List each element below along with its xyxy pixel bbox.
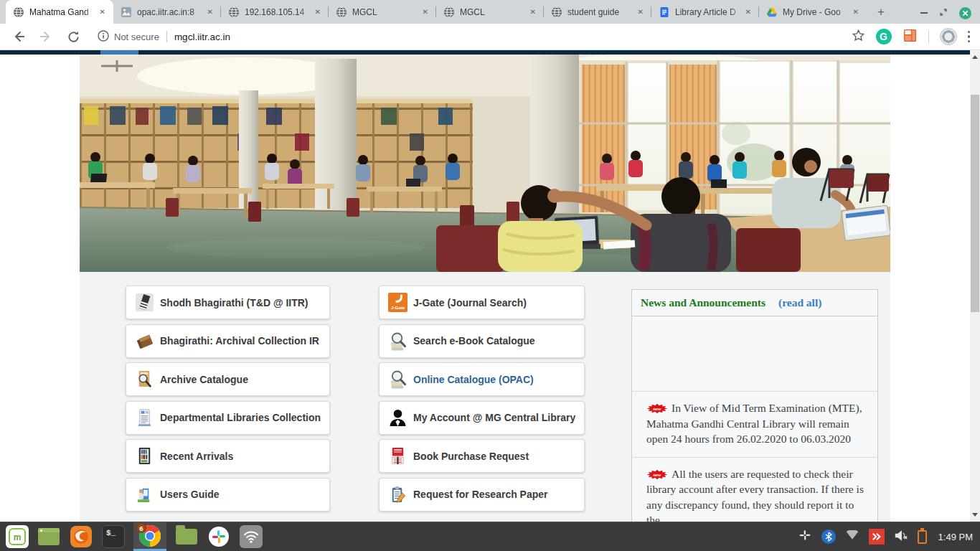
refresh-button[interactable] <box>65 28 82 45</box>
bluetooth-tray-icon[interactable] <box>821 529 836 544</box>
news-item: newAll the users are requested to check … <box>632 457 877 522</box>
page-scrollbar[interactable] <box>970 50 980 522</box>
tab-title: Library Article D <box>675 7 743 17</box>
quick-links-middle: J-Gate J-Gate (Journal Search) Search e-… <box>379 286 585 516</box>
network-tool-launcher[interactable] <box>239 524 263 549</box>
svg-text:new: new <box>653 406 661 411</box>
link-my-account[interactable]: My Account @ MG Central Library <box>379 401 585 435</box>
grammarly-extension-icon[interactable]: G <box>876 29 892 44</box>
slack-launcher[interactable] <box>207 524 231 549</box>
link-label: J-Gate (Journal Search) <box>413 297 527 309</box>
link-search-ebook[interactable]: Search e-Book Catalogue <box>379 324 585 358</box>
tab-mahatma-gandhi[interactable]: Mahatma Gand ✕ <box>6 0 113 24</box>
taskbar: m $_ 6 1:49 PM <box>0 522 980 551</box>
address-bar-url[interactable]: mgcl.iitr.ac.in <box>174 32 230 42</box>
book-search-icon <box>388 331 407 351</box>
tab-close-icon[interactable]: ✕ <box>313 6 323 17</box>
new-tab-button[interactable]: + <box>871 2 891 22</box>
bookmark-star-icon[interactable] <box>852 29 865 45</box>
file-manager-launcher[interactable] <box>174 524 199 549</box>
tab-close-icon[interactable]: ✕ <box>636 6 646 17</box>
tab-mgcl-1[interactable]: MGCL ✕ <box>329 0 436 24</box>
mint-menu-button[interactable]: m <box>6 525 29 548</box>
news-header: News and Announcements (read all) <box>632 290 877 316</box>
taskbar-clock[interactable]: 1:49 PM <box>936 532 973 542</box>
slack-tray-icon[interactable] <box>798 528 812 545</box>
link-shodh-bhagirathi[interactable]: Shodh Bhagirathi (T&D @ IITR) <box>126 286 330 319</box>
back-button[interactable] <box>10 28 27 45</box>
tab-title: MGCL <box>352 7 420 17</box>
network-signal-icon[interactable] <box>845 530 859 543</box>
archive-book-icon <box>135 331 154 351</box>
extension-icon[interactable] <box>903 28 918 46</box>
link-label: Archive Catalogue <box>160 374 248 385</box>
tab-close-icon[interactable]: ✕ <box>528 6 538 17</box>
scroll-down-arrow[interactable] <box>970 509 980 520</box>
user-account-icon <box>388 408 407 428</box>
link-label: Book Purchase Request <box>413 451 529 462</box>
tab-title: opac.iitr.ac.in:8 <box>137 7 205 17</box>
chrome-taskbar-button[interactable]: 6 <box>133 522 166 551</box>
tab-student-guide[interactable]: student guide ✕ <box>544 0 651 24</box>
book-search-icon <box>388 369 407 389</box>
tab-close-icon[interactable]: ✕ <box>420 6 430 17</box>
tab-mgcl-2[interactable]: MGCL ✕ <box>436 0 544 24</box>
tab-close-icon[interactable]: ✕ <box>743 6 753 17</box>
sync-tray-icon[interactable] <box>869 529 885 545</box>
link-jgate[interactable]: J-Gate J-Gate (Journal Search) <box>379 286 585 319</box>
news-text: In View of Mid Term Examination (MTE), M… <box>646 402 862 445</box>
news-title: News and Announcements <box>641 296 765 309</box>
svg-text:J-Gate: J-Gate <box>391 305 405 310</box>
link-book-purchase[interactable]: Book Purchase Request <box>379 439 585 473</box>
svg-text:new: new <box>653 471 661 476</box>
battery-icon[interactable] <box>918 530 927 544</box>
link-label: My Account @ MG Central Library <box>413 412 575 423</box>
google-drive-icon <box>766 6 778 18</box>
scrollbar-thumb[interactable] <box>971 95 979 312</box>
browser-menu-icon[interactable] <box>968 31 971 43</box>
link-bhagirathi-archival[interactable]: Bhagirathi: Archival Collection IR <box>126 324 330 358</box>
google-docs-icon <box>659 6 670 18</box>
library-photo <box>80 55 890 272</box>
tab-title: student guide <box>567 7 636 17</box>
link-label: Bhagirathi: Archival Collection IR <box>160 335 319 347</box>
volume-muted-icon[interactable] <box>894 529 908 545</box>
link-label: Search e-Book Catalogue <box>413 335 535 347</box>
link-research-paper[interactable]: Request for Research Paper <box>379 478 585 512</box>
tab-title: My Drive - Goo <box>783 7 851 17</box>
forward-button[interactable] <box>37 28 55 45</box>
minimize-button[interactable] <box>920 12 928 14</box>
tab-library-article[interactable]: Library Article D ✕ <box>651 0 759 24</box>
close-button[interactable] <box>959 7 971 19</box>
firefox-launcher[interactable] <box>69 524 93 549</box>
image-placeholder-icon <box>121 6 132 18</box>
guide-kiosk-icon <box>135 485 154 504</box>
link-users-guide[interactable]: Users Guide <box>126 478 330 512</box>
tab-title: MGCL <box>460 7 528 17</box>
link-departmental-libraries[interactable]: Departmental Libraries Collection <box>126 401 330 435</box>
tab-my-drive[interactable]: My Drive - Goo ✕ <box>759 0 867 24</box>
tab-close-icon[interactable]: ✕ <box>851 6 861 17</box>
site-security[interactable]: Not secure <box>98 30 159 44</box>
restore-button[interactable] <box>939 6 948 19</box>
read-all-link[interactable]: (read all) <box>778 296 821 309</box>
link-recent-arrivals[interactable]: Recent Arrivals <box>126 439 330 473</box>
scroll-up-arrow[interactable] <box>970 52 980 62</box>
news-text: All the users are requested to check the… <box>646 468 864 522</box>
link-opac[interactable]: Online Catalogue (OPAC) <box>379 362 585 396</box>
tab-close-icon[interactable]: ✕ <box>205 6 215 17</box>
link-archive-catalogue[interactable]: Archive Catalogue <box>126 362 330 396</box>
profile-avatar[interactable] <box>940 28 957 45</box>
tab-title: Mahatma Gand <box>29 7 98 17</box>
newspaper-icon <box>135 408 154 428</box>
new-badge-icon: new <box>646 469 668 480</box>
browser-toolbar: Not secure mgcl.iitr.ac.in G <box>0 24 980 50</box>
tab-opac[interactable]: opac.iitr.ac.in:8 ✕ <box>113 0 221 24</box>
show-desktop-button[interactable] <box>37 524 61 549</box>
red-book-form-icon <box>388 446 407 466</box>
terminal-launcher[interactable]: $_ <box>101 524 126 549</box>
svg-text:m: m <box>14 532 22 542</box>
tab-close-icon[interactable]: ✕ <box>98 6 108 17</box>
tab-ip-address[interactable]: 192.168.105.14 ✕ <box>221 0 329 24</box>
thesis-books-icon <box>135 293 154 312</box>
